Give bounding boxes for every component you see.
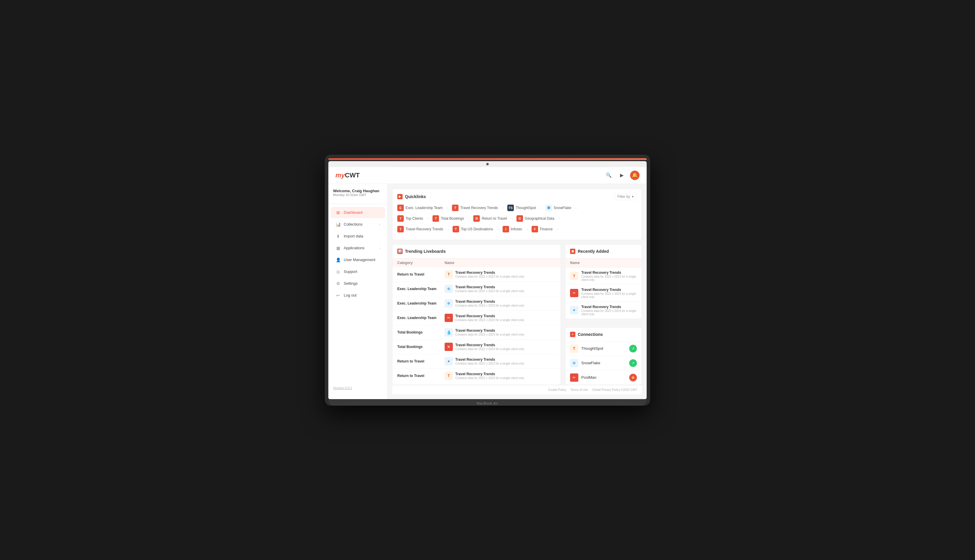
filter-by-button[interactable]: Filter by ▾ — [614, 193, 637, 200]
sidebar: Welcome, Craig Haughan Monday 10:32am GM… — [328, 184, 387, 399]
ql-icon-ts: TS — [508, 205, 514, 211]
table-row[interactable]: Return to Travel T Travel Recovery Trend… — [392, 267, 561, 282]
sidebar-item-support[interactable]: ◎ Support — [331, 266, 385, 277]
sidebar-item-collections[interactable]: 📊 Collections › — [331, 219, 385, 230]
ql-total-bookings[interactable]: T Total Bookings — [432, 214, 464, 223]
ql-icon-tc: T — [397, 215, 404, 222]
notification-button[interactable]: 🔔 — [630, 171, 639, 180]
recently-table-header: Name — [565, 258, 642, 268]
snowflake-status: ↗ — [629, 359, 637, 367]
recently-added-section: ⊕ Recently Added Name T Travel Recover — [565, 244, 642, 319]
connection-snowflake[interactable]: ❄ SnowFlake ↗ — [565, 356, 642, 370]
postman-name: PostMan — [581, 375, 629, 380]
connection-thoughtspot[interactable]: T ThoughtSpot ↗ — [565, 342, 642, 356]
table-row[interactable]: Total Bookings ✕ Travel Recovery Trends … — [392, 340, 561, 354]
table-row[interactable]: Exec. Leadership Team ✏ Travel Recovery … — [392, 311, 561, 325]
collections-icon: 📊 — [336, 222, 341, 227]
trend-name: Travel Recovery Trends — [455, 372, 524, 376]
trend-name-cell: ✏ Travel Recovery Trends Contains data f… — [445, 314, 556, 322]
recently-pencil-icon: ✏ — [570, 289, 578, 297]
ql-icon-geo: G — [516, 215, 523, 222]
play-button[interactable]: ▶ — [617, 171, 626, 180]
trend-category: Return to Travel — [397, 272, 445, 277]
trend-cross-icon: ✕ — [445, 343, 453, 351]
ql-return-to-travel[interactable]: R Return to Travel — [473, 214, 507, 223]
trend-text: Travel Recovery Trends Contains data for… — [455, 357, 524, 365]
trend-category: Exec. Leadership Team — [397, 301, 445, 305]
ql-arrow: → — [556, 227, 559, 231]
ql-label: Travel Recovery Trends — [406, 227, 443, 231]
sidebar-user-section: Welcome, Craig Haughan Monday 10:32am GM… — [328, 188, 387, 204]
trend-text: Travel Recovery Trends Contains data for… — [455, 343, 524, 351]
trend-pencil-icon: ✏ — [445, 314, 453, 322]
ql-finance[interactable]: F Finance — [532, 225, 553, 233]
trend-drop-icon: 💧 — [445, 328, 453, 337]
ql-snowflake[interactable]: ❄ SnowFlake — [546, 204, 571, 212]
sidebar-item-applications[interactable]: ▦ Applications › — [331, 242, 385, 254]
connections-header: ≡ Connections — [565, 328, 642, 342]
trend-category: Exec. Leadership Team — [397, 287, 445, 291]
ql-label: Travel Recovery Trends — [460, 206, 498, 210]
trend-name: Travel Recovery Trends — [455, 328, 524, 333]
sidebar-item-dashboard[interactable]: ⊞ Dashboard — [331, 207, 385, 218]
trend-name: Travel Recovery Trends — [455, 357, 524, 362]
ql-top-us[interactable]: T Top US Destinations — [452, 225, 493, 233]
ql-icon-tus: T — [452, 226, 459, 232]
sidebar-item-import[interactable]: ⬇ Import data — [331, 231, 385, 242]
table-row[interactable]: Return to Travel ✦ Travel Recovery Trend… — [392, 354, 561, 369]
trend-name: Travel Recovery Trends — [455, 314, 524, 318]
global-privacy-link[interactable]: Global Privacy Policy — [592, 388, 620, 392]
ql-infosec[interactable]: I Infosec — [503, 225, 523, 233]
cookie-policy-link[interactable]: Cookie Policy — [548, 388, 566, 392]
ql-arrow: → — [557, 217, 561, 220]
connections-icon: ≡ — [570, 332, 575, 337]
recently-icon: ⊕ — [570, 249, 575, 254]
version-label[interactable]: Version 0.0.1 — [328, 382, 387, 395]
table-row[interactable]: Return to Travel T Travel Recovery Trend… — [392, 369, 561, 383]
table-row[interactable]: Exec. Leadership Team ❄ Travel Recovery … — [392, 282, 561, 296]
recently-text: Travel Recovery Trends Contains data for… — [581, 288, 637, 298]
quicklinks-row-1: E Exec. Leadership Team → T Travel Recov… — [397, 204, 637, 212]
connections-section: ≡ Connections T ThoughtSpot ↗ ❄ — [565, 327, 642, 385]
recently-name: Travel Recovery Trends — [581, 270, 637, 275]
ql-icon-fin: F — [532, 226, 538, 232]
connection-postman[interactable]: ✏ PostMan ⊗ — [565, 370, 642, 385]
table-row[interactable]: Exec. Leadership Team ❄ Travel Recovery … — [392, 296, 561, 311]
col-category: Category — [397, 261, 445, 265]
ql-exec-leadership[interactable]: E Exec. Leadership Team — [397, 204, 442, 212]
quicklinks-row-2: T Top Clients → T Total Bookings → R — [397, 214, 637, 223]
list-item[interactable]: ✏ Travel Recovery Trends Contains data f… — [565, 285, 642, 302]
sidebar-item-label: Collections — [344, 222, 363, 227]
trend-desc: Contains data for 2022 v 2023 for a sing… — [455, 275, 524, 278]
sidebar-item-user-management[interactable]: 👤 User Management — [331, 254, 385, 265]
list-item[interactable]: ✦ Travel Recovery Trends Contains data f… — [565, 302, 642, 319]
trend-desc: Contains data for 2022 v 2023 for a sing… — [455, 290, 524, 293]
ql-top-clients[interactable]: T Top Clients — [397, 214, 423, 223]
logout-icon: ↩ — [336, 293, 341, 298]
ql-arrow: → — [446, 227, 450, 231]
search-button[interactable]: 🔍 — [604, 171, 614, 180]
recently-title: Recently Added — [578, 249, 609, 254]
trend-name-cell: 💧 Travel Recovery Trends Contains data f… — [445, 328, 556, 337]
ql-geographical[interactable]: G Geographical Data — [516, 214, 554, 223]
sidebar-item-settings[interactable]: ⚙ Settings — [331, 278, 385, 289]
recently-desc: Contains data for 2022 v 2023 for a sing… — [581, 309, 637, 316]
terms-of-use-link[interactable]: Terms of Use — [570, 388, 588, 392]
trend-name-cell: ❄ Travel Recovery Trends Contains data f… — [445, 285, 556, 293]
ql-travel-recovery-2[interactable]: T Travel Recovery Trends — [397, 225, 443, 233]
list-item[interactable]: T Travel Recovery Trends Contains data f… — [565, 268, 642, 285]
logo-cwt: CWT — [345, 172, 360, 179]
trend-name-cell: ❄ Travel Recovery Trends Contains data f… — [445, 299, 556, 307]
content-area: ▶ Quicklinks Filter by ▾ E — [387, 184, 647, 399]
ql-travel-recovery-1[interactable]: T Travel Recovery Trends — [452, 204, 498, 212]
ql-icon-exec: E — [397, 205, 404, 211]
quicklinks-label: Quicklinks — [405, 194, 426, 199]
sidebar-nav: ⊞ Dashboard 📊 Collections › ⬇ Import dat… — [328, 207, 387, 382]
ql-thoughtspot[interactable]: TS ThoughtSpot — [508, 204, 536, 212]
top-nav-icons: 🔍 ▶ 🔔 — [604, 171, 639, 180]
sidebar-item-label: Log out — [344, 293, 356, 297]
trending-table: Category Name Return to Travel T — [392, 258, 561, 383]
ql-icon-snowflake: ❄ — [546, 205, 552, 211]
sidebar-item-logout[interactable]: ↩ Log out — [331, 290, 385, 301]
table-row[interactable]: Total Bookings 💧 Travel Recovery Trends … — [392, 325, 561, 340]
